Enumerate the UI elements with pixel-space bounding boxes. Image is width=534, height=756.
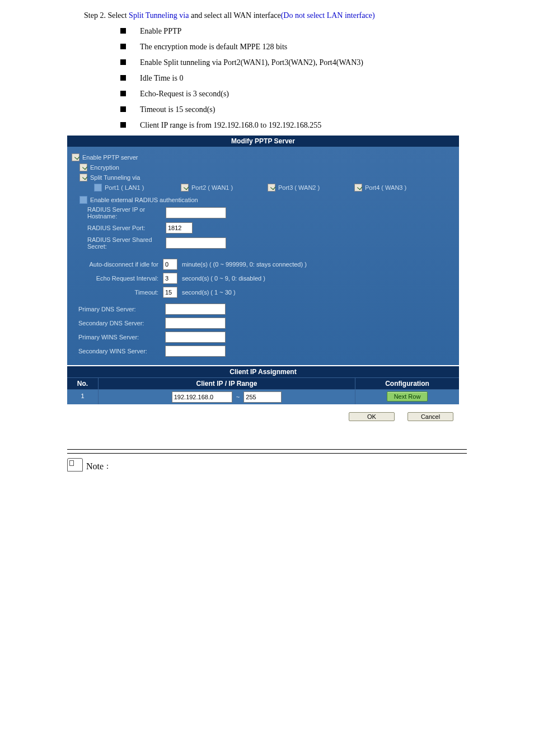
port2-label: Port2 ( WAN1 )	[191, 184, 233, 191]
split-tunneling-row: Split Tunneling via	[79, 174, 455, 181]
step-emph-1: Split Tunneling via	[129, 11, 189, 20]
port1-checkbox[interactable]	[94, 184, 102, 192]
echo-label: Echo Request Interval:	[72, 275, 163, 282]
list-item: Enable Split tunneling via Port2(WAN1), …	[120, 57, 500, 67]
cia-ip-start-input[interactable]	[172, 391, 232, 403]
port2-option: Port2 ( WAN1 )	[181, 184, 268, 192]
footer-divider	[67, 449, 467, 450]
cia-header-config: Configuration	[355, 378, 459, 389]
port2-checkbox[interactable]	[181, 184, 189, 192]
enable-pptp-checkbox[interactable]	[72, 153, 79, 161]
list-item: The encryption mode is default MPPE 128 …	[120, 41, 500, 52]
footer-divider-2	[67, 453, 467, 454]
square-bullet-icon	[120, 122, 126, 128]
radius-enable-checkbox[interactable]	[79, 196, 87, 204]
range-separator: ~	[236, 394, 240, 400]
cancel-button[interactable]: Cancel	[407, 412, 453, 421]
timeout-hint: second(s) ( 1 ~ 30 )	[182, 289, 236, 296]
client-ip-assignment: Client IP Assignment No. Client IP / IP …	[67, 366, 459, 404]
idle-hint: minute(s) ( (0 ~ 999999, 0: stays connec…	[182, 261, 307, 268]
primary-dns-input[interactable]	[165, 304, 226, 315]
bullet-list: Enable PPTP The encryption mode is defau…	[120, 26, 500, 130]
cia-ip-end-input[interactable]	[243, 391, 282, 403]
cia-table-row: 1 ~ Next Row	[67, 389, 459, 404]
port3-option: Port3 ( WAN2 )	[268, 184, 354, 192]
dns-wins-settings: Primary DNS Server: Secondary DNS Server…	[72, 304, 455, 357]
radius-ip-input[interactable]	[166, 207, 226, 218]
list-item: Idle Time is 0	[120, 73, 500, 83]
ok-button[interactable]: OK	[349, 412, 395, 421]
square-bullet-icon	[120, 106, 126, 112]
encryption-label: Encryption	[90, 164, 119, 171]
port3-label: Port3 ( WAN2 )	[278, 184, 320, 191]
port4-option: Port4 ( WAN3 )	[354, 184, 441, 192]
enable-pptp-row: Enable PPTP server	[72, 153, 455, 161]
port1-label: Port1 ( LAN1 )	[105, 184, 144, 191]
square-bullet-icon	[120, 44, 126, 49]
step-text-1: Select	[106, 11, 129, 20]
echo-input[interactable]	[163, 273, 177, 284]
square-bullet-icon	[120, 59, 126, 65]
cia-config-cell: Next Row	[355, 390, 459, 404]
idle-label: Auto-disconnect if idle for	[72, 261, 163, 268]
square-bullet-icon	[120, 28, 126, 34]
list-item: Client IP range is from 192.192.168.0 to…	[120, 120, 500, 130]
primary-wins-label: Primary WINS Server:	[72, 334, 165, 340]
next-row-button[interactable]: Next Row	[387, 391, 428, 402]
square-bullet-icon	[120, 75, 126, 81]
pptp-server-panel: Modify PPTP Server Enable PPTP server En…	[67, 136, 459, 421]
timing-settings: Auto-disconnect if idle for minute(s) ( …	[72, 259, 455, 298]
step-emph-2: (Do not select LAN interface)	[281, 11, 375, 20]
square-bullet-icon	[120, 91, 126, 96]
list-item: Enable PPTP	[120, 26, 500, 36]
step-number: Step 2.	[84, 11, 106, 20]
radius-secret-label: RADIUS Server Shared Secret:	[87, 236, 166, 250]
radius-port-input[interactable]	[166, 222, 193, 234]
primary-dns-label: Primary DNS Server:	[72, 306, 165, 312]
port4-checkbox[interactable]	[354, 184, 362, 192]
cia-row-number: 1	[67, 390, 99, 404]
encryption-row: Encryption	[79, 164, 455, 171]
timeout-input[interactable]	[163, 287, 177, 298]
port3-checkbox[interactable]	[268, 184, 275, 192]
port1-option: Port1 ( LAN1 )	[94, 184, 181, 192]
radius-settings: RADIUS Server IP or Hostname: RADIUS Ser…	[87, 206, 455, 250]
radius-enable-row: Enable external RADIUS authentication	[79, 196, 455, 204]
list-item: Timeout is 15 second(s)	[120, 104, 500, 114]
dialog-buttons: OK Cancel	[67, 412, 459, 421]
note-icon	[67, 458, 83, 472]
secondary-wins-label: Secondary WINS Server:	[72, 348, 165, 354]
radius-enable-label: Enable external RADIUS authentication	[90, 197, 198, 203]
note-row: Note ：	[67, 458, 500, 472]
step-text-2: and select all WAN interface	[189, 11, 280, 20]
enable-pptp-label: Enable PPTP server	[82, 154, 138, 161]
step-2-paragraph: Step 2. Select Split Tunneling via and s…	[84, 11, 500, 20]
note-colon: ：	[104, 461, 111, 472]
port4-label: Port4 ( WAN3 )	[365, 184, 406, 191]
cia-header-no: No.	[67, 378, 99, 389]
timeout-label: Timeout:	[72, 289, 163, 296]
radius-ip-label: RADIUS Server IP or Hostname:	[87, 206, 166, 220]
echo-hint: second(s) ( 0 ~ 9, 0: disabled )	[182, 275, 265, 282]
secondary-wins-input[interactable]	[165, 346, 226, 357]
encryption-checkbox[interactable]	[79, 164, 87, 171]
cia-table-header: No. Client IP / IP Range Configuration	[67, 377, 459, 389]
cia-title: Client IP Assignment	[67, 366, 459, 377]
split-tunneling-checkbox[interactable]	[79, 174, 87, 181]
idle-input[interactable]	[163, 259, 177, 270]
primary-wins-input[interactable]	[165, 332, 226, 343]
list-item: Echo-Request is 3 second(s)	[120, 88, 500, 99]
port-selection-row: Port1 ( LAN1 ) Port2 ( WAN1 ) Port3 ( WA…	[94, 184, 455, 192]
cia-ip-cell: ~	[99, 390, 355, 404]
panel-title: Modify PPTP Server	[67, 136, 459, 147]
note-label: Note	[86, 461, 104, 472]
panel-body: Enable PPTP server Encryption Split Tunn…	[67, 147, 459, 365]
radius-port-label: RADIUS Server Port:	[87, 225, 166, 231]
secondary-dns-input[interactable]	[165, 318, 226, 329]
split-tunneling-label: Split Tunneling via	[90, 174, 140, 181]
radius-secret-input[interactable]	[166, 237, 226, 249]
cia-header-ip: Client IP / IP Range	[99, 378, 355, 389]
secondary-dns-label: Secondary DNS Server:	[72, 320, 165, 326]
